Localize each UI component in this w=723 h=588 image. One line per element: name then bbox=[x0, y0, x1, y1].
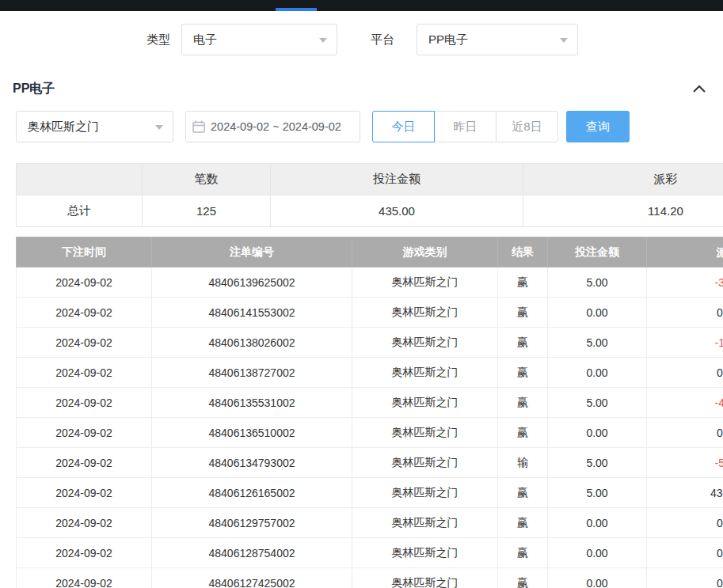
cell-bet-time: 2024-09-02 bbox=[17, 568, 152, 588]
table-row: 2024-09-02 48406134793002 奥林匹斯之门 输 5.00 … bbox=[17, 448, 723, 478]
collapse-section-button[interactable] bbox=[690, 79, 709, 98]
platform-select[interactable]: PP电子 bbox=[417, 24, 578, 55]
type-select[interactable]: 电子 bbox=[181, 24, 337, 55]
cell-order-number: 48406135531002 bbox=[152, 388, 352, 418]
cell-payout: 0.00 bbox=[647, 418, 723, 448]
cell-bet-time: 2024-09-02 bbox=[17, 298, 152, 328]
bet-records-section: 下注时间 注单编号 游戏类别 结果 投注金额 派彩 2024-09-02 484… bbox=[16, 237, 723, 588]
cell-order-number: 48406141553002 bbox=[152, 298, 352, 328]
cell-bet-amount: 5.00 bbox=[548, 448, 647, 478]
top-navigation-bar bbox=[0, 0, 723, 11]
cell-bet-time: 2024-09-02 bbox=[17, 538, 152, 568]
summary-table: 笔数 投注金额 派彩 总计 125 435.00 114.20 bbox=[16, 163, 723, 227]
bet-table-header-row: 下注时间 注单编号 游戏类别 结果 投注金额 派彩 bbox=[17, 237, 723, 267]
bet-records-table: 下注时间 注单编号 游戏类别 结果 投注金额 派彩 2024-09-02 484… bbox=[16, 237, 723, 588]
chevron-up-icon bbox=[693, 85, 706, 93]
cell-order-number: 48406138727002 bbox=[152, 358, 352, 388]
cell-order-number: 48406127425002 bbox=[152, 568, 352, 588]
chevron-down-icon bbox=[319, 38, 327, 43]
yesterday-button[interactable]: 昨日 bbox=[434, 111, 497, 142]
table-row: 2024-09-02 48406127425002 奥林匹斯之门 赢 0.00 … bbox=[17, 568, 723, 588]
chevron-down-icon bbox=[155, 125, 163, 130]
table-row: 2024-09-02 48406141553002 奥林匹斯之门 赢 0.00 … bbox=[17, 298, 723, 328]
cell-payout: -3.40 bbox=[647, 267, 723, 298]
date-range-input[interactable]: 2024-09-02 ~ 2024-09-02 bbox=[185, 111, 360, 142]
cell-payout: 0.00 bbox=[647, 358, 723, 388]
summary-total-row: 总计 125 435.00 114.20 bbox=[17, 195, 723, 227]
cell-order-number: 48406136510002 bbox=[152, 418, 352, 448]
query-controls-row: 奥林匹斯之门 2024-09-02 ~ 2024-09-02 今日 昨日 近8日… bbox=[0, 106, 723, 147]
cell-payout: -5.00 bbox=[647, 448, 723, 478]
active-tab-indicator bbox=[276, 8, 317, 11]
summary-header-payout: 派彩 bbox=[523, 164, 723, 195]
cell-bet-time: 2024-09-02 bbox=[17, 418, 152, 448]
table-row: 2024-09-02 48406128754002 奥林匹斯之门 赢 0.00 … bbox=[17, 538, 723, 568]
cell-bet-time: 2024-09-02 bbox=[17, 267, 152, 298]
cell-bet-time: 2024-09-02 bbox=[17, 448, 152, 478]
cell-bet-amount: 0.00 bbox=[548, 358, 647, 388]
summary-total-bet-amount: 435.00 bbox=[271, 195, 523, 227]
cell-bet-amount: 5.00 bbox=[548, 478, 647, 508]
header-game-category: 游戏类别 bbox=[352, 237, 498, 267]
quick-date-button-group: 今日 昨日 近8日 bbox=[372, 111, 558, 142]
table-row: 2024-09-02 48406129757002 奥林匹斯之门 赢 0.00 … bbox=[17, 508, 723, 538]
cell-payout: 0.00 bbox=[647, 508, 723, 538]
summary-header-bet-amount: 投注金额 bbox=[271, 164, 523, 195]
cell-bet-amount: 0.00 bbox=[548, 418, 647, 448]
cell-payout: 0.00 bbox=[647, 568, 723, 588]
type-label: 类型 bbox=[147, 32, 170, 47]
cell-bet-time: 2024-09-02 bbox=[17, 478, 152, 508]
date-range-value: 2024-09-02 ~ 2024-09-02 bbox=[211, 120, 341, 133]
cell-order-number: 48406138026002 bbox=[152, 328, 352, 358]
table-row: 2024-09-02 48406139625002 奥林匹斯之门 赢 5.00 … bbox=[17, 267, 723, 298]
filters-row: 类型 电子 平台 PP电子 bbox=[0, 11, 723, 68]
cell-payout: 0.00 bbox=[647, 538, 723, 568]
table-row: 2024-09-02 48406135531002 奥林匹斯之门 赢 5.00 … bbox=[17, 388, 723, 418]
cell-result: 赢 bbox=[498, 358, 548, 388]
cell-game-category: 奥林匹斯之门 bbox=[352, 298, 498, 328]
cell-game-category: 奥林匹斯之门 bbox=[352, 418, 498, 448]
cell-game-category: 奥林匹斯之门 bbox=[352, 267, 498, 298]
calendar-icon bbox=[192, 120, 205, 133]
cell-bet-amount: 5.00 bbox=[548, 267, 647, 298]
cell-payout: -4.00 bbox=[647, 388, 723, 418]
cell-order-number: 48406126165002 bbox=[152, 478, 352, 508]
cell-bet-amount: 5.00 bbox=[548, 388, 647, 418]
cell-game-category: 奥林匹斯之门 bbox=[352, 358, 498, 388]
section-header: PP电子 bbox=[0, 68, 723, 106]
summary-section: 笔数 投注金额 派彩 总计 125 435.00 114.20 bbox=[16, 163, 723, 227]
cell-payout: 0.00 bbox=[647, 298, 723, 328]
summary-header-row: 笔数 投注金额 派彩 bbox=[17, 164, 723, 195]
cell-bet-amount: 0.00 bbox=[548, 538, 647, 568]
table-row: 2024-09-02 48406138727002 奥林匹斯之门 赢 0.00 … bbox=[17, 358, 723, 388]
cell-game-category: 奥林匹斯之门 bbox=[352, 508, 498, 538]
cell-game-category: 奥林匹斯之门 bbox=[352, 478, 498, 508]
summary-total-label: 总计 bbox=[17, 195, 143, 227]
last8days-button[interactable]: 近8日 bbox=[496, 111, 558, 142]
cell-game-category: 奥林匹斯之门 bbox=[352, 568, 498, 588]
cell-bet-time: 2024-09-02 bbox=[17, 508, 152, 538]
header-bet-amount: 投注金额 bbox=[548, 237, 647, 267]
cell-result: 赢 bbox=[498, 418, 548, 448]
type-select-value: 电子 bbox=[193, 32, 217, 47]
game-select[interactable]: 奥林匹斯之门 bbox=[16, 111, 173, 142]
cell-result: 赢 bbox=[498, 298, 548, 328]
cell-game-category: 奥林匹斯之门 bbox=[352, 388, 498, 418]
search-button[interactable]: 查询 bbox=[566, 111, 630, 142]
chevron-down-icon bbox=[560, 38, 568, 43]
cell-result: 赢 bbox=[498, 508, 548, 538]
game-select-value: 奥林匹斯之门 bbox=[28, 119, 99, 135]
cell-order-number: 48406129757002 bbox=[152, 508, 352, 538]
cell-result: 赢 bbox=[498, 388, 548, 418]
bet-table-body: 2024-09-02 48406139625002 奥林匹斯之门 赢 5.00 … bbox=[17, 267, 723, 588]
cell-order-number: 48406139625002 bbox=[152, 267, 352, 298]
section-title: PP电子 bbox=[13, 81, 55, 97]
cell-bet-amount: 5.00 bbox=[548, 328, 647, 358]
cell-payout: 435.00 bbox=[647, 478, 723, 508]
today-button[interactable]: 今日 bbox=[372, 111, 435, 142]
cell-bet-time: 2024-09-02 bbox=[17, 388, 152, 418]
cell-order-number: 48406128754002 bbox=[152, 538, 352, 568]
summary-total-payout: 114.20 bbox=[523, 195, 723, 227]
platform-select-value: PP电子 bbox=[428, 32, 468, 47]
header-payout: 派彩 bbox=[647, 237, 723, 267]
